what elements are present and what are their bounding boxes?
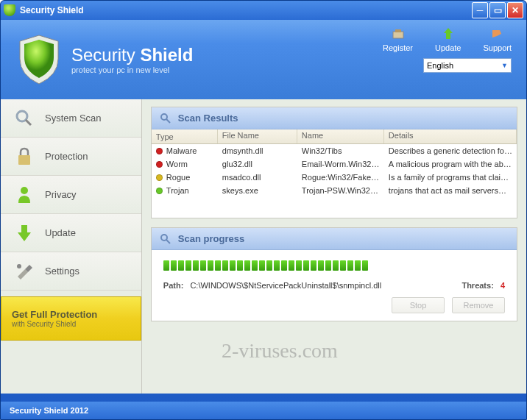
language-select[interactable]: English ▼ xyxy=(423,58,512,73)
app-window: Security Shield ─ ▭ ✕ Security Shield pr… xyxy=(0,0,527,420)
table-row[interactable]: Roguemsadco.dllRogue:Win32/Fake5…Is a fa… xyxy=(152,171,517,184)
svg-point-9 xyxy=(161,235,167,241)
remove-button[interactable]: Remove xyxy=(452,297,505,313)
table-header-row: Type File Name Name Details xyxy=(152,129,517,144)
table-row[interactable]: Wormglu32.dllEmail-Worm.Win32…A maliciou… xyxy=(152,157,517,171)
person-icon xyxy=(14,185,35,205)
maximize-button[interactable]: ▭ xyxy=(489,2,506,18)
col-file[interactable]: File Name xyxy=(218,129,297,143)
col-name[interactable]: Name xyxy=(297,129,384,143)
table-body: Malwaredmsynth.dllWin32/TibsDescribes a … xyxy=(152,144,517,218)
col-details[interactable]: Details xyxy=(384,129,517,143)
header: Security Shield protect your pc in new l… xyxy=(1,20,526,99)
register-icon xyxy=(391,27,406,40)
path-label: Path: xyxy=(163,281,184,290)
results-table: Type File Name Name Details Malwaredmsyn… xyxy=(152,129,517,218)
threats-label: Threats: xyxy=(461,281,493,290)
svg-point-7 xyxy=(161,114,167,120)
header-actions: Register Update Support xyxy=(383,27,512,52)
brand-secondary: Shield xyxy=(140,45,193,65)
svg-line-8 xyxy=(166,119,170,123)
svg-rect-0 xyxy=(393,32,403,38)
sidebar-item-system-scan[interactable]: System Scan xyxy=(1,99,141,138)
chevron-down-icon: ▼ xyxy=(501,62,508,69)
table-row[interactable]: Malwaredmsynth.dllWin32/TibsDescribes a … xyxy=(152,144,517,157)
lock-icon xyxy=(14,146,35,167)
scan-progress-panel: Scan progress Path: C:\WINDOWS\$NtServic… xyxy=(151,227,517,321)
svg-line-3 xyxy=(26,120,31,125)
app-icon xyxy=(4,4,15,16)
svg-point-5 xyxy=(21,187,28,194)
sidebar-item-protection[interactable]: Protection xyxy=(1,138,141,176)
svg-point-6 xyxy=(17,264,21,268)
svg-line-10 xyxy=(166,240,170,243)
titlebar-buttons: ─ ▭ ✕ xyxy=(472,2,523,18)
statusbar: Security Shield 2012 xyxy=(1,402,526,419)
svg-point-2 xyxy=(17,111,27,121)
body: System Scan Protection Privacy Update Se… xyxy=(1,99,526,394)
promo-title: Get Full Protection xyxy=(12,309,130,320)
close-button[interactable]: ✕ xyxy=(507,2,523,18)
tools-icon xyxy=(14,261,35,282)
promo-subtitle: with Security Shield xyxy=(12,320,130,328)
col-type[interactable]: Type xyxy=(152,129,218,143)
magnifier-icon xyxy=(159,232,172,246)
brand-tagline: protect your pc in new level xyxy=(71,65,193,74)
table-row[interactable]: Trojanskeys.exeTrojan-PSW.Win32.…trojans… xyxy=(152,184,517,197)
stop-button[interactable]: Stop xyxy=(392,297,445,313)
window-title: Security Shield xyxy=(20,5,472,15)
update-button[interactable]: Update xyxy=(435,27,461,52)
update-icon xyxy=(441,27,456,40)
minimize-button[interactable]: ─ xyxy=(472,2,488,18)
threats-value: 4 xyxy=(501,281,505,290)
scan-results-panel: Scan Results Type File Name Name Details… xyxy=(151,107,517,218)
magnifier-icon xyxy=(14,108,35,129)
magnifier-icon xyxy=(159,112,172,125)
sidebar-item-settings[interactable]: Settings xyxy=(1,252,141,291)
support-button[interactable]: Support xyxy=(483,27,512,52)
sidebar-item-update[interactable]: Update xyxy=(1,214,141,252)
sidebar-item-privacy[interactable]: Privacy xyxy=(1,176,141,214)
arrow-down-icon xyxy=(14,223,35,243)
shield-logo-icon xyxy=(15,32,63,87)
scan-progress-header: Scan progress xyxy=(152,228,517,250)
promo-banner[interactable]: Get Full Protection with Security Shield xyxy=(1,296,141,341)
brand-text: Security Shield protect your pc in new l… xyxy=(71,45,193,74)
path-value: C:\WINDOWS\$NtServicePackUninstall$\snmp… xyxy=(190,281,381,290)
scan-results-header: Scan Results xyxy=(152,107,517,129)
progress-bar xyxy=(163,260,505,271)
main-content: Scan Results Type File Name Name Details… xyxy=(142,99,526,394)
svg-rect-1 xyxy=(395,29,401,32)
logo: Security Shield protect your pc in new l… xyxy=(15,32,193,87)
titlebar: Security Shield ─ ▭ ✕ xyxy=(1,1,526,20)
svg-rect-4 xyxy=(18,155,30,165)
sidebar: System Scan Protection Privacy Update Se… xyxy=(1,99,142,394)
brand-primary: Security xyxy=(71,45,135,65)
support-icon xyxy=(490,27,505,40)
register-button[interactable]: Register xyxy=(383,27,413,52)
